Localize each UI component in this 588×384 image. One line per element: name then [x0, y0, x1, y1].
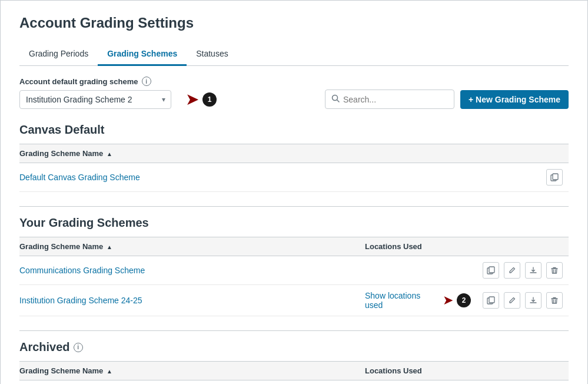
your-scheme-actions-cell-0	[477, 256, 569, 285]
canvas-default-section: Canvas Default Grading Scheme Name ▲ Def…	[19, 123, 569, 192]
scheme-controls-left: Institution Grading Scheme 2 Default Can…	[19, 90, 217, 109]
table-row: Default Canvas Grading Scheme	[19, 163, 569, 192]
red-arrow-2-icon: ➤	[443, 294, 453, 307]
default-scheme-dropdown[interactable]: Institution Grading Scheme 2 Default Can…	[19, 90, 171, 109]
archived-title: Archived i	[19, 340, 569, 354]
red-arrow-1-icon: ➤	[185, 91, 199, 108]
tab-grading-periods[interactable]: Grading Periods	[19, 43, 98, 66]
svg-rect-7	[489, 297, 494, 303]
archived-table: Grading Scheme Name ▲ Locations Used Let…	[19, 361, 569, 384]
tabs-bar: Grading Periods Grading Schemes Statuses	[19, 43, 569, 66]
default-scheme-label: Account default grading scheme i	[19, 77, 569, 86]
section-divider-2	[19, 330, 569, 331]
communications-grading-scheme-link[interactable]: Communications Grading Scheme	[19, 266, 145, 275]
your-scheme-name-cell-1: Institution Grading Scheme 24-25	[19, 285, 359, 316]
page-title: Account Grading Settings	[19, 15, 569, 31]
svg-line-1	[337, 100, 340, 102]
your-schemes-title: Your Grading Schemes	[19, 216, 569, 230]
edit-icon-button-0[interactable]	[504, 262, 520, 279]
canvas-default-name-col-header: Grading Scheme Name ▲	[19, 144, 533, 163]
download-icon-button-0[interactable]	[525, 262, 542, 279]
canvas-default-actions-cell	[533, 163, 569, 192]
table-row: Communications Grading Scheme	[19, 256, 569, 285]
section-divider-1	[19, 206, 569, 207]
table-row: Institution Grading Scheme 24-25 Show lo…	[19, 285, 569, 316]
your-schemes-actions-col-header	[477, 237, 569, 256]
canvas-default-actions-col-header	[533, 144, 569, 163]
default-scheme-label-text: Account default grading scheme	[19, 77, 138, 86]
archived-actions-col-header	[477, 362, 569, 380]
page-wrapper: Account Grading Settings Grading Periods…	[0, 0, 588, 384]
search-box	[325, 90, 454, 109]
new-grading-scheme-button[interactable]: + New Grading Scheme	[460, 90, 569, 109]
your-scheme-locations-cell-0	[359, 256, 477, 285]
badge-2: 2	[457, 293, 471, 307]
default-scheme-info-icon[interactable]: i	[142, 77, 151, 86]
your-schemes-table: Grading Scheme Name ▲ Locations Used Com…	[19, 237, 569, 316]
delete-icon-button-1[interactable]	[546, 292, 563, 309]
scheme-controls-right: + New Grading Scheme	[325, 90, 569, 109]
your-scheme-locations-cell-1: Show locations used ➤ 2	[359, 285, 477, 316]
badge-1: 1	[202, 92, 217, 107]
your-schemes-name-sort-icon: ▲	[107, 244, 112, 250]
canvas-default-name-sort-icon: ▲	[107, 151, 112, 157]
canvas-default-action-icons	[539, 169, 563, 186]
show-locations-link-1[interactable]: Show locations used	[365, 291, 439, 310]
your-schemes-name-col-header: Grading Scheme Name ▲	[19, 237, 359, 256]
your-scheme-actions-cell-1	[477, 285, 569, 316]
your-scheme-action-icons-1	[483, 292, 563, 309]
svg-rect-5	[489, 267, 494, 273]
archived-locations-col-header: Locations Used	[359, 362, 477, 380]
default-canvas-grading-scheme-link[interactable]: Default Canvas Grading Scheme	[19, 173, 140, 182]
svg-rect-3	[553, 174, 558, 180]
canvas-default-title: Canvas Default	[19, 123, 569, 137]
search-input[interactable]	[343, 95, 448, 104]
your-schemes-section: Your Grading Schemes Grading Scheme Name…	[19, 216, 569, 316]
copy-icon-button-0[interactable]	[483, 262, 499, 279]
download-icon-button-1[interactable]	[525, 292, 542, 309]
annotation-1: ➤ 1	[185, 91, 217, 108]
copy-icon-button[interactable]	[546, 169, 563, 186]
tab-grading-schemes[interactable]: Grading Schemes	[98, 43, 187, 66]
canvas-default-scheme-name-cell: Default Canvas Grading Scheme	[19, 163, 533, 192]
archived-scheme-name-cell-0: Letter Grades	[19, 380, 359, 385]
edit-icon-button-1[interactable]	[504, 292, 520, 309]
archived-scheme-actions-cell-0	[477, 380, 569, 385]
default-scheme-dropdown-wrapper: Institution Grading Scheme 2 Default Can…	[19, 90, 171, 109]
delete-icon-button-0[interactable]	[546, 262, 563, 279]
archived-info-icon[interactable]: i	[74, 343, 83, 352]
search-icon	[331, 94, 340, 104]
your-scheme-name-cell-0: Communications Grading Scheme	[19, 256, 359, 285]
archived-section: Archived i Grading Scheme Name ▲ Locatio…	[19, 340, 569, 384]
institution-grading-scheme-link[interactable]: Institution Grading Scheme 24-25	[19, 296, 142, 305]
archived-name-col-header: Grading Scheme Name ▲	[19, 362, 359, 380]
your-scheme-action-icons-0	[483, 262, 563, 279]
your-schemes-locations-col-header: Locations Used	[359, 237, 477, 256]
default-scheme-section: Account default grading scheme i Institu…	[19, 77, 569, 109]
scheme-controls-row: Institution Grading Scheme 2 Default Can…	[19, 90, 569, 109]
archived-scheme-locations-cell-0: Show locations used	[359, 380, 477, 385]
canvas-default-table: Grading Scheme Name ▲ Default Canvas Gra…	[19, 144, 569, 192]
copy-icon-button-1[interactable]	[483, 292, 499, 309]
table-row: Letter Grades Show locations used	[19, 380, 569, 385]
archived-name-sort-icon: ▲	[107, 368, 112, 375]
tab-statuses[interactable]: Statuses	[187, 43, 237, 66]
